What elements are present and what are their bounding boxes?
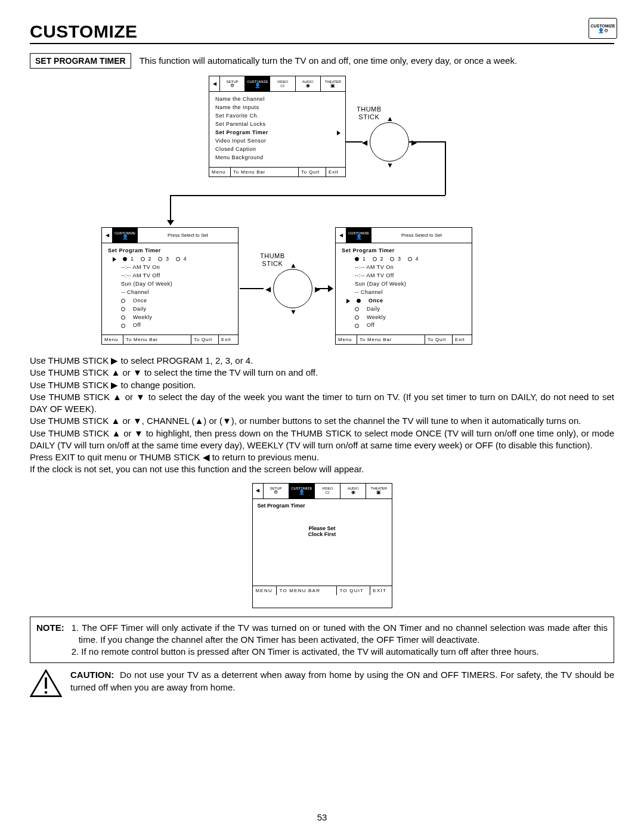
menu-item: Set Favorite Ch. — [215, 112, 340, 120]
tab-audio: AUDIO◉ — [340, 484, 366, 498]
submenu-header: Press Select to Set — [371, 228, 472, 243]
foot-exit: Exit — [326, 168, 345, 176]
caution-label: CAUTION: — [70, 670, 114, 680]
menu-item: Set Parental Locks — [215, 120, 340, 129]
instruction-text: Use THUMB STICK ▶ to select PROGRAM 1, 2… — [30, 355, 614, 476]
mode-option: Daily — [108, 305, 233, 314]
mode-option: Weekly — [108, 314, 233, 322]
note-box: NOTE: 1. The OFF Timer will only activat… — [30, 617, 614, 664]
page-number: 53 — [0, 812, 644, 822]
mode-option: Weekly — [342, 314, 467, 322]
foot-menu: Menu — [209, 168, 231, 176]
diagram-area: ◀ SETUP⚙ CUSTOMIZE👤 VIDEO▭ AUDIO◉ THEATE… — [30, 76, 614, 350]
note-item: 1. The OFF Timer will only activate if t… — [76, 622, 608, 646]
section-desc: This function will automatically turn th… — [140, 53, 517, 66]
tab-customize: CUSTOMIZE👤 — [245, 76, 270, 91]
section-label: SET PROGRAM TIMER — [30, 53, 131, 69]
foot-menu: Menu — [336, 335, 357, 344]
tab-video: VIDEO▭ — [315, 484, 340, 498]
note-label: NOTE: — [36, 622, 64, 658]
foot-tomenu: To Menu Bar — [357, 335, 425, 344]
caution-text: Do not use your TV as a deterrent when a… — [70, 670, 614, 692]
timer-line: Sun (Day Of Week) — [342, 280, 467, 289]
thumbstick-label: THUMBSTICK — [260, 252, 285, 267]
note-item: 2. If no remote control button is presse… — [76, 646, 608, 658]
timer-line: --:-- AM TV Off — [108, 272, 233, 280]
mode-option-selected: Once — [342, 297, 467, 305]
nav-left-icon: ◀ — [253, 484, 264, 498]
osd-program-timer-left: ◀ CUSTOMIZE👤 Press Select to Set Set Pro… — [101, 227, 239, 345]
nav-left-icon: ◀ — [336, 228, 346, 243]
submenu-title: Set Program Timer — [108, 247, 233, 255]
clock-title: Set Program Timer — [258, 503, 387, 509]
tab-setup: SETUP⚙ — [264, 484, 289, 498]
mode-option: Once — [108, 297, 233, 305]
menu-item: Name the Channel — [215, 95, 340, 104]
foot-toquit: To Quit — [299, 168, 326, 176]
foot-tomenu: To Menu Bar — [231, 168, 299, 176]
menu-item: Closed Caption — [215, 145, 340, 154]
timer-line: -- Channel — [108, 289, 233, 297]
nav-left-icon: ◀ — [209, 76, 220, 91]
menu-item: Video Input Sensor — [215, 137, 340, 145]
tab-customize: CUSTOMIZE👤 — [346, 228, 371, 243]
program-selector: 1 2 3 4 — [342, 255, 467, 264]
tab-customize: CUSTOMIZE👤 — [289, 484, 315, 498]
foot-toquit: To Quit — [191, 335, 219, 344]
page-title: CUSTOMIZE — [30, 21, 614, 44]
foot-tomenu: To Menu Bar — [123, 335, 191, 344]
foot-menu: MENU — [253, 586, 277, 595]
foot-toquit: TO QUIT — [337, 586, 370, 595]
timer-line: --:-- AM TV Off — [342, 272, 467, 280]
foot-tomenu: TO MENU BAR — [277, 586, 337, 595]
tab-theater: THEATER▣ — [321, 76, 345, 91]
tab-video: VIDEO▭ — [270, 76, 295, 91]
submenu-header: Press Select to Set — [138, 228, 238, 243]
tab-audio: AUDIO◉ — [296, 76, 321, 91]
foot-exit: Exit — [219, 335, 238, 344]
timer-line: --:-- AM TV On — [108, 264, 233, 272]
menu-item: Name the Inputs — [215, 104, 340, 112]
menu-item-selected: Set Program Timer — [215, 129, 340, 137]
nav-left-icon: ◀ — [102, 228, 113, 243]
mode-option: Off — [342, 321, 467, 330]
thumbstick-icon: ◀ ▶ ▲ ▼ — [273, 269, 312, 308]
tab-customize: CUSTOMIZE👤 — [113, 228, 138, 243]
osd-program-timer-right: ◀ CUSTOMIZE👤 Press Select to Set Set Pro… — [335, 227, 472, 345]
section-row: SET PROGRAM TIMER This function will aut… — [30, 53, 614, 69]
thumbstick-icon: ◀ ▶ ▲ ▼ — [370, 122, 409, 162]
timer-line: Sun (Day Of Week) — [108, 280, 233, 289]
osd-customize-menu: ◀ SETUP⚙ CUSTOMIZE👤 VIDEO▭ AUDIO◉ THEATE… — [209, 76, 346, 177]
foot-menu: Menu — [102, 335, 123, 344]
warning-icon — [30, 669, 62, 698]
submenu-title: Set Program Timer — [342, 247, 467, 255]
foot-exit: EXIT — [370, 586, 392, 595]
thumbstick-label: THUMBSTICK — [357, 106, 382, 120]
foot-exit: Exit — [453, 335, 472, 344]
svg-point-2 — [45, 691, 48, 694]
mode-option: Off — [108, 321, 233, 330]
corner-customize-icon: CUSTOMIZE 👤⚙ — [589, 18, 617, 39]
caution-row: CAUTION: Do not use your TV as a deterre… — [30, 669, 614, 698]
clock-msg: Please SetClock First — [284, 525, 361, 538]
tab-theater: THEATER▣ — [366, 484, 391, 498]
program-selector: 1 2 3 4 — [108, 255, 233, 264]
tab-setup: SETUP⚙ — [220, 76, 245, 91]
mode-option: Daily — [342, 305, 467, 314]
clock-not-set-screen: ◀ SETUP⚙ CUSTOMIZE👤 VIDEO▭ AUDIO◉ THEATE… — [30, 483, 614, 608]
timer-line: --:-- AM TV On — [342, 264, 467, 272]
menu-item: Menu Background — [215, 154, 340, 162]
foot-toquit: To Quit — [425, 335, 453, 344]
timer-line: -- Channel — [342, 289, 467, 297]
